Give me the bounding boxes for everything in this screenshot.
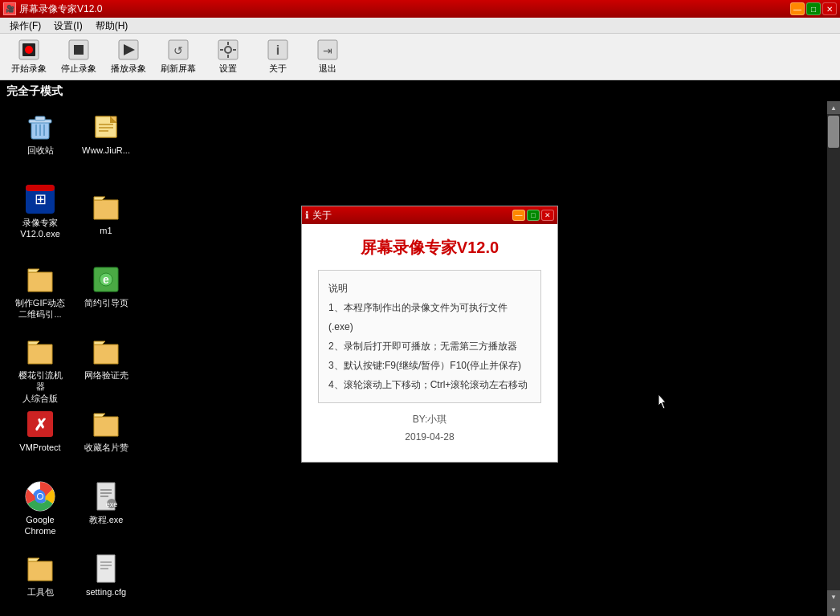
svg-point-2 <box>25 46 33 54</box>
setting-label: setting.cfg <box>86 586 126 598</box>
svg-marker-42 <box>28 341 39 345</box>
stop-record-button[interactable]: 停止录象 <box>55 36 103 78</box>
refresh-button[interactable]: ↺ 刷新屏幕 <box>154 36 202 78</box>
traffic-icon <box>24 336 56 368</box>
exit-label: 退出 <box>319 63 336 75</box>
svg-marker-47 <box>94 417 118 436</box>
desktop-icon-chrome[interactable]: GoogleChrome <box>11 477 69 541</box>
menu-help[interactable]: 帮助(H) <box>89 18 135 33</box>
m1-label: m1 <box>100 225 112 236</box>
start-record-button[interactable]: 开始录象 <box>5 36 53 78</box>
settings-icon <box>217 39 239 61</box>
menu-file[interactable]: 操作(F) <box>3 18 47 33</box>
about-line-3: 3、默认按键:F9(继续/暂停）F10(停止并保存) <box>328 356 531 375</box>
svg-text:↺: ↺ <box>173 44 183 57</box>
about-label: 关于 <box>269 63 287 75</box>
desktop-icon-vmprotect[interactable]: ✗ VMProtect <box>11 405 69 456</box>
tools-label: 工具包 <box>27 586 54 598</box>
play-record-icon <box>117 39 140 61</box>
svg-marker-60 <box>28 561 52 581</box>
about-line-4: 4、滚轮滚动上下移动；Ctrl+滚轮滚动左右移动 <box>328 375 531 394</box>
about-dialog-title-left: ℹ 关于 <box>305 209 332 222</box>
about-app-name: 屏幕录像专家V12.0 <box>318 237 541 259</box>
svg-rect-4 <box>74 45 84 55</box>
setting-icon <box>90 553 122 585</box>
exit-button[interactable]: ⇥ 退出 <box>304 36 352 78</box>
svg-marker-41 <box>28 345 52 364</box>
scroll-bottom-arrow[interactable]: ▼ <box>827 603 840 616</box>
desktop-icon-gif[interactable]: 制作GIF动态二维码引... <box>11 260 69 324</box>
svg-text:exe: exe <box>106 500 118 508</box>
desktop-icon-tutorial[interactable]: exe 教程.exe <box>77 477 135 528</box>
desktop-icon-www[interactable]: Www.JiuR... <box>77 108 135 159</box>
desktop-icon-app[interactable]: ⊞ 录像专家V12.0.exe <box>11 180 69 243</box>
about-dialog-minimize-button[interactable]: — <box>512 210 525 221</box>
recycle-label: 回收站 <box>27 145 54 156</box>
svg-marker-48 <box>94 414 105 417</box>
play-record-label: 播放录象 <box>111 63 146 75</box>
mouse-cursor <box>659 394 668 409</box>
exit-icon: ⇥ <box>316 39 339 61</box>
desktop-icon-netverify[interactable]: 网络验证壳 <box>77 332 135 384</box>
svg-marker-43 <box>94 345 118 364</box>
start-record-icon <box>18 39 40 61</box>
about-dialog-title-controls: — □ ✕ <box>512 210 554 221</box>
desktop-icon-guide[interactable]: e 简约引导页 <box>77 260 135 312</box>
svg-rect-63 <box>100 561 112 563</box>
about-credit-by: BY:小琪 <box>318 411 541 429</box>
svg-rect-57 <box>100 496 108 497</box>
minimize-button[interactable]: — <box>790 2 805 15</box>
tutorial-label: 教程.exe <box>89 514 124 525</box>
desktop-icon-setting[interactable]: setting.cfg <box>77 549 135 601</box>
mode-label: 完全子模式 <box>0 80 840 101</box>
guide-icon: e <box>90 263 122 296</box>
desktop-icon-tools[interactable]: 工具包 <box>11 549 69 601</box>
svg-text:✗: ✗ <box>34 416 47 434</box>
chrome-label: GoogleChrome <box>24 514 55 537</box>
app-icon: 🎥 <box>3 2 16 15</box>
svg-marker-37 <box>28 269 39 272</box>
svg-text:e: e <box>103 273 109 286</box>
svg-rect-12 <box>227 55 229 58</box>
about-credit: BY:小琪 2019-04-28 <box>318 411 541 446</box>
desktop-icon-m1[interactable]: m1 <box>77 188 135 239</box>
gif-icon <box>24 263 56 296</box>
about-info-box: 说明 1、本程序制作出的录像文件为可执行文件(.exe) 2、录制后打开即可播放… <box>318 270 541 403</box>
desktop-icon-business[interactable]: 收藏名片赞 <box>77 405 135 456</box>
www-label: Www.JiuR... <box>82 145 130 156</box>
netverify-label: 网络验证壳 <box>84 369 128 381</box>
svg-text:i: i <box>276 43 279 57</box>
m1-icon <box>90 191 122 223</box>
svg-rect-65 <box>100 568 108 569</box>
about-button[interactable]: i 关于 <box>254 36 302 78</box>
menu-settings[interactable]: 设置(I) <box>47 18 88 33</box>
business-label: 收藏名片赞 <box>84 442 128 453</box>
about-dialog: ℹ 关于 — □ ✕ 屏幕录像专家V12.0 说明 1、本程序制作出的录像文件为… <box>301 206 558 463</box>
about-icon: i <box>267 39 289 61</box>
svg-rect-11 <box>227 42 229 45</box>
about-dialog-title-icon: ℹ <box>305 210 309 221</box>
settings-button[interactable]: 设置 <box>204 36 252 78</box>
scroll-thumb[interactable] <box>828 116 839 148</box>
start-record-label: 开始录象 <box>11 63 47 75</box>
desktop-icon-traffic[interactable]: 樱花引流机器人综合版 <box>11 332 69 407</box>
about-dialog-close-button[interactable]: ✕ <box>541 210 554 221</box>
desktop: 回收站 Www.JiuR... ⊞ 录像专家V12.0.exe <box>0 101 840 616</box>
play-record-button[interactable]: 播放录象 <box>104 36 153 78</box>
scrollbar[interactable]: ▲ ▼ ▼ <box>827 101 840 616</box>
about-dialog-maximize-button[interactable]: □ <box>527 210 540 221</box>
scroll-down-arrow[interactable]: ▼ <box>827 590 840 603</box>
scroll-up-arrow[interactable]: ▲ <box>827 101 840 114</box>
close-button[interactable]: ✕ <box>822 2 837 15</box>
recycle-icon <box>24 111 56 143</box>
traffic-label: 樱花引流机器人综合版 <box>14 369 66 404</box>
stop-record-icon <box>67 39 90 61</box>
svg-rect-14 <box>233 49 236 51</box>
toolbar: 开始录象 停止录象 播放录象 ↺ 刷新屏幕 <box>0 34 840 80</box>
stop-record-label: 停止录象 <box>61 63 96 75</box>
restore-button[interactable]: □ <box>806 2 821 15</box>
refresh-icon: ↺ <box>167 39 190 61</box>
about-dialog-content: 屏幕录像专家V12.0 说明 1、本程序制作出的录像文件为可执行文件(.exe)… <box>302 224 557 462</box>
desktop-icon-recycle[interactable]: 回收站 <box>11 108 69 159</box>
svg-marker-34 <box>94 200 118 219</box>
